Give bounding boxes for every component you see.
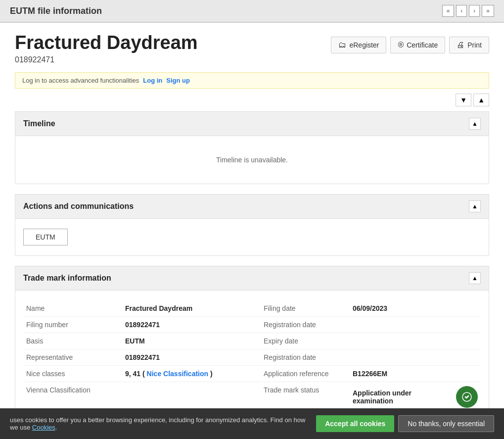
header-bar: EUTM file information « ‹ › » — [0, 0, 504, 23]
nice-classes-label: Nice classes — [23, 365, 122, 382]
print-icon: 🖨 — [457, 41, 464, 49]
login-link[interactable]: Log in — [143, 77, 162, 84]
print-label: Print — [467, 41, 482, 49]
trademark-info-title: Trade mark information — [23, 274, 111, 283]
trademark-info-toggle-button[interactable]: ▲ — [469, 272, 481, 284]
expand-all-button[interactable]: ▲ — [473, 94, 489, 106]
login-notice: Log in to access advanced functionalitie… — [15, 72, 489, 89]
registration-date2-value — [350, 349, 481, 365]
name-value: Fractured Daydream — [122, 300, 261, 317]
timeline-unavailable-text: Timeline is unavailable. — [23, 146, 481, 174]
certificate-icon: ® — [398, 41, 404, 49]
timeline-section: Timeline ▲ Timeline is unavailable. — [15, 111, 489, 184]
filing-date-value: 06/09/2023 — [350, 300, 481, 317]
trademark-status-label: Trade mark status — [261, 382, 350, 412]
cookies-link[interactable]: Cookies — [32, 424, 55, 431]
expiry-date-label: Expiry date — [261, 333, 350, 349]
collapse-all-button[interactable]: ▼ — [456, 94, 471, 106]
nice-classes-suffix: ) — [208, 370, 213, 378]
timeline-toggle-button[interactable]: ▲ — [469, 118, 481, 130]
prev-page-button[interactable]: ‹ — [456, 5, 467, 17]
certificate-button[interactable]: ® Certificate — [390, 37, 445, 53]
eregister-button[interactable]: 🗂 eRegister — [331, 37, 386, 53]
essential-only-button[interactable]: No thanks, only essential — [398, 415, 494, 432]
nice-classes-value: 9, 41 ( Nice Classification ) — [122, 365, 261, 382]
application-ref-value: B12266EM — [350, 365, 481, 382]
signup-link[interactable]: Sign up — [166, 77, 190, 84]
nice-classes-text: 9, 41 ( — [125, 370, 147, 378]
cookie-banner: uses cookies to offer you a better brows… — [0, 408, 504, 439]
trademark-status-value: Application under examination — [350, 382, 481, 412]
page-title: EUTM file information — [10, 6, 102, 16]
trademark-info-header: Trade mark information ▲ — [15, 266, 489, 291]
table-row: Filing number 018922471 Registration dat… — [23, 316, 481, 333]
next-page-button[interactable]: › — [469, 5, 480, 17]
timeline-body: Timeline is unavailable. — [15, 136, 489, 184]
cookie-text: uses cookies to offer you a better brows… — [10, 416, 308, 431]
title-section: Fractured Daydream 018922471 🗂 eRegister… — [15, 33, 489, 64]
login-notice-text: Log in to access advanced functionalitie… — [22, 77, 139, 84]
cookie-buttons: Accept all cookies No thanks, only essen… — [316, 415, 494, 432]
nav-buttons: « ‹ › » — [442, 5, 494, 17]
trademark-status-text: Application under examination — [353, 389, 448, 405]
nice-classification-link[interactable]: Nice Classification — [147, 370, 209, 378]
table-row: Representative 018922471 Registration da… — [23, 349, 481, 365]
table-row: Vienna Classification Trade mark status … — [23, 382, 481, 412]
vienna-label: Vienna Classification — [23, 382, 122, 412]
actions-body: EUTM — [15, 219, 489, 255]
trademark-name: Fractured Daydream — [15, 33, 198, 53]
representative-label: Representative — [23, 349, 122, 365]
filing-number-value: 018922471 — [122, 316, 261, 333]
actions-section: Actions and communications ▲ EUTM — [15, 194, 489, 256]
timeline-header: Timeline ▲ — [15, 112, 489, 136]
trademark-info-block: Fractured Daydream 018922471 — [15, 33, 198, 64]
certificate-label: Certificate — [407, 41, 438, 49]
registration-date-value — [350, 316, 481, 333]
first-page-button[interactable]: « — [442, 5, 455, 17]
name-label: Name — [23, 300, 122, 317]
table-row: Name Fractured Daydream Filing date 06/0… — [23, 300, 481, 317]
eutm-filter-button[interactable]: EUTM — [23, 229, 68, 245]
trademark-number: 018922471 — [15, 55, 198, 64]
timeline-title: Timeline — [23, 119, 55, 128]
actions-toggle-button[interactable]: ▲ — [469, 200, 481, 212]
print-button[interactable]: 🖨 Print — [449, 37, 489, 53]
table-row: Basis EUTM Expiry date — [23, 333, 481, 349]
eregister-icon: 🗂 — [338, 41, 346, 49]
main-content: Fractured Daydream 018922471 🗂 eRegister… — [0, 23, 504, 439]
registration-date-label: Registration date — [261, 316, 350, 333]
action-buttons: 🗂 eRegister ® Certificate 🖨 Print — [331, 37, 489, 53]
basis-value: EUTM — [122, 333, 261, 349]
collapse-controls: ▼ ▲ — [15, 94, 489, 106]
application-ref-label: Application reference — [261, 365, 350, 382]
expiry-date-value — [350, 333, 481, 349]
actions-title: Actions and communications — [23, 202, 134, 211]
vienna-value — [122, 382, 261, 412]
status-icon — [456, 386, 478, 408]
eregister-label: eRegister — [349, 41, 379, 49]
filing-number-label: Filing number — [23, 316, 122, 333]
basis-label: Basis — [23, 333, 122, 349]
registration-date2-label: Registration date — [261, 349, 350, 365]
last-page-button[interactable]: » — [482, 5, 494, 17]
table-row: Nice classes 9, 41 ( Nice Classification… — [23, 365, 481, 382]
filing-date-label: Filing date — [261, 300, 350, 317]
representative-value: 018922471 — [122, 349, 261, 365]
accept-all-cookies-button[interactable]: Accept all cookies — [316, 415, 394, 432]
actions-header: Actions and communications ▲ — [15, 195, 489, 219]
